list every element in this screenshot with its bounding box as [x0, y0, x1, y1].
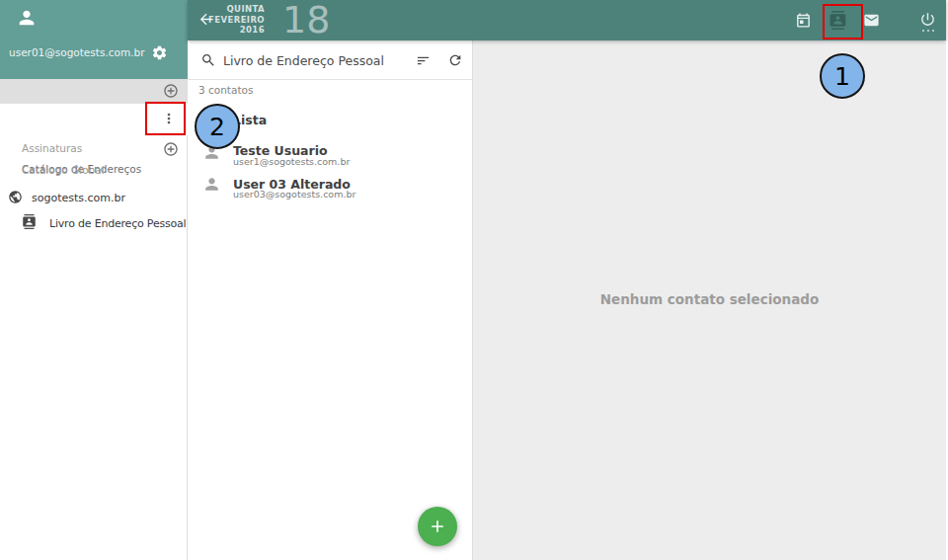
user-avatar-icon	[16, 7, 38, 29]
refresh-icon[interactable]	[447, 52, 463, 68]
contacts-count: 3 contatos	[198, 84, 253, 96]
date-month: FEVEREIRO	[201, 15, 265, 26]
contact-email: user1@sogotests.com.br	[233, 156, 350, 167]
date-weekday: QUINTA	[201, 4, 265, 15]
address-books-section-header: Catálogo de Endereços	[0, 79, 188, 104]
subscriptions-header-label: Assinaturas	[22, 142, 82, 154]
add-address-book-icon[interactable]	[163, 83, 179, 99]
contact-email: user03@sogotests.com.br	[233, 189, 356, 200]
contacts-search-bar	[188, 40, 472, 80]
annotation-step-badge-1: 1	[820, 53, 865, 99]
plus-icon	[428, 517, 447, 536]
annotation-red-box-step2	[145, 102, 186, 135]
sidebar: user01@sogotests.com.br Catálogo de Ende…	[0, 0, 188, 560]
address-book-icon	[22, 214, 37, 229]
mail-module-icon[interactable]	[863, 12, 880, 29]
sidebar-item-global-domain[interactable]: sogotests.com.br	[32, 192, 125, 204]
contact-detail-panel: Nenhum contato selecionado	[473, 40, 946, 560]
personal-address-book-label: Livro de Endereço Pessoal	[49, 217, 186, 230]
add-contact-button[interactable]	[418, 507, 457, 546]
date-block: QUINTA FEVEREIRO 2016	[201, 4, 265, 36]
power-dots-decoration	[922, 30, 934, 32]
search-icon[interactable]	[200, 52, 216, 68]
sort-icon[interactable]	[416, 53, 431, 68]
annotation-red-box-step1	[823, 4, 863, 40]
power-icon[interactable]	[919, 11, 936, 28]
user-email: user01@sogotests.com.br	[9, 46, 144, 58]
user-block: user01@sogotests.com.br	[0, 0, 188, 79]
contact-avatar-icon	[202, 175, 221, 194]
annotation-step-badge-2: 2	[195, 104, 240, 149]
empty-state-message: Nenhum contato selecionado	[473, 291, 946, 307]
gear-icon[interactable]	[151, 44, 168, 61]
calendar-module-icon[interactable]	[795, 12, 812, 29]
date-day-number: 18	[282, 0, 330, 40]
global-catalog-header-label: Catálogo Global	[22, 164, 105, 176]
globe-icon	[8, 190, 23, 204]
date-year: 2016	[201, 25, 265, 36]
add-subscription-icon[interactable]	[163, 141, 179, 157]
contacts-search-input[interactable]	[223, 48, 401, 72]
